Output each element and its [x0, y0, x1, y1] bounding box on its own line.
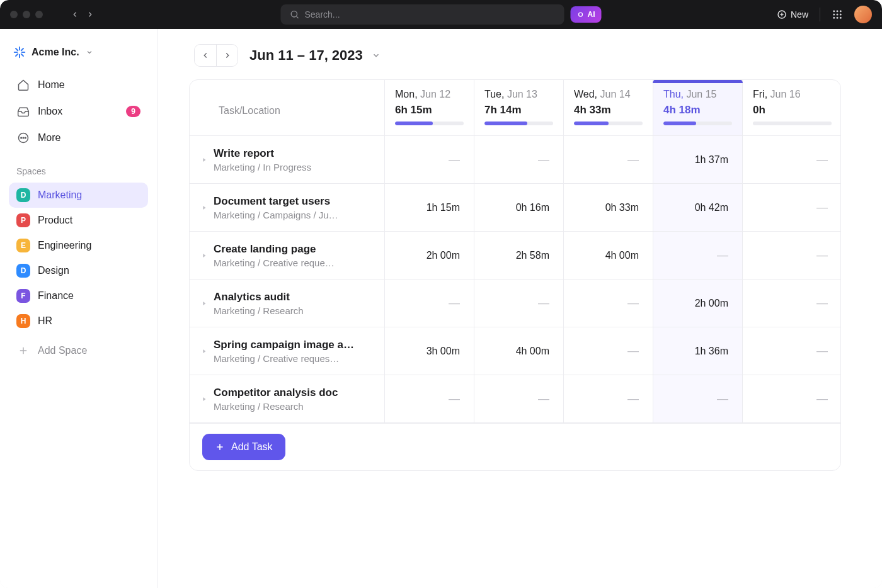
space-color-badge: H — [16, 314, 30, 328]
space-color-badge: E — [16, 239, 30, 252]
time-cell[interactable]: — — [743, 184, 841, 231]
time-cell[interactable]: — — [743, 136, 841, 183]
time-cell[interactable]: 1h 36m — [653, 327, 743, 375]
space-item-product[interactable]: P Product — [9, 208, 148, 233]
space-item-marketing[interactable]: D Marketing — [9, 183, 148, 208]
time-cell[interactable]: — — [385, 375, 474, 422]
inbox-badge: 9 — [126, 106, 140, 117]
svg-line-20 — [21, 54, 23, 56]
expand-row-icon[interactable] — [201, 205, 209, 211]
date-range-dropdown[interactable] — [372, 51, 381, 60]
time-cell[interactable]: 4h 00m — [474, 327, 564, 375]
expand-row-icon[interactable] — [201, 300, 209, 307]
space-item-finance[interactable]: F Finance — [9, 283, 148, 308]
task-cell[interactable]: Write report Marketing / In Progress — [190, 136, 385, 183]
prev-week-button[interactable] — [195, 45, 216, 66]
time-cell[interactable]: 4h 00m — [564, 232, 653, 279]
time-cell[interactable]: — — [564, 280, 653, 327]
time-cell[interactable]: 0h 33m — [564, 184, 653, 231]
space-label: Marketing — [38, 189, 82, 201]
sidebar: Acme Inc. Home Inbox 9 More Spaces D Mar — [0, 29, 158, 588]
space-item-engineering[interactable]: E Engineering — [9, 233, 148, 258]
day-progress-bar — [484, 122, 553, 125]
workspace-switcher[interactable]: Acme Inc. — [13, 45, 144, 59]
new-label: New — [791, 9, 808, 20]
time-cell[interactable]: — — [564, 136, 653, 183]
column-header-task: Task/Location — [190, 80, 385, 135]
svg-point-14 — [840, 17, 842, 19]
forward-button[interactable] — [86, 10, 94, 19]
time-cell[interactable]: 3h 00m — [385, 327, 474, 375]
chevron-down-icon — [86, 48, 93, 56]
time-cell[interactable]: — — [653, 232, 743, 279]
task-cell[interactable]: Spring campaign image a… Marketing / Cre… — [190, 327, 385, 375]
table-row: Create landing page Marketing / Creative… — [190, 231, 840, 279]
task-cell[interactable]: Competitor analysis doc Marketing / Rese… — [190, 375, 385, 422]
svg-line-22 — [16, 54, 18, 56]
nav-more[interactable]: More — [9, 125, 148, 151]
traffic-min[interactable] — [23, 11, 30, 18]
svg-point-10 — [837, 14, 839, 16]
task-cell[interactable]: Create landing page Marketing / Creative… — [190, 232, 385, 279]
traffic-max[interactable] — [35, 11, 43, 18]
space-item-design[interactable]: D Design — [9, 258, 148, 283]
expand-row-icon[interactable] — [201, 252, 209, 259]
add-task-label: Add Task — [231, 441, 273, 453]
time-cell[interactable]: — — [564, 327, 653, 375]
space-color-badge: D — [16, 264, 30, 278]
table-row: Write report Marketing / In Progress ———… — [190, 135, 840, 183]
time-cell[interactable]: 0h 42m — [653, 184, 743, 231]
time-cell[interactable]: 1h 37m — [653, 136, 743, 183]
task-location: Marketing / Research — [214, 401, 374, 412]
time-cell[interactable]: — — [564, 375, 653, 422]
user-avatar[interactable] — [854, 6, 872, 23]
time-cell[interactable]: — — [743, 280, 841, 327]
add-task-button[interactable]: Add Task — [202, 434, 285, 460]
task-title: Document target users — [214, 195, 374, 208]
time-cell[interactable]: — — [653, 375, 743, 422]
traffic-close[interactable] — [10, 11, 18, 18]
space-item-hr[interactable]: H HR — [9, 308, 148, 334]
time-cell[interactable]: — — [385, 280, 474, 327]
svg-marker-33 — [203, 349, 205, 353]
nav-home[interactable]: Home — [9, 72, 148, 98]
task-title: Spring campaign image a… — [214, 339, 374, 351]
new-button[interactable]: New — [777, 9, 808, 20]
ai-button[interactable]: AI — [571, 6, 602, 23]
svg-marker-34 — [203, 397, 205, 401]
expand-row-icon[interactable] — [201, 396, 209, 402]
expand-row-icon[interactable] — [201, 157, 209, 163]
time-cell[interactable]: — — [474, 136, 564, 183]
time-cell[interactable]: 1h 15m — [385, 184, 474, 231]
day-total: 4h 18m — [663, 104, 732, 116]
svg-point-7 — [837, 10, 839, 12]
space-label: Design — [38, 265, 69, 276]
back-button[interactable] — [71, 10, 79, 19]
svg-point-24 — [21, 137, 22, 139]
space-color-badge: F — [16, 289, 30, 303]
workspace-logo-icon — [13, 45, 26, 59]
day-progress-bar — [574, 122, 643, 125]
time-cell[interactable]: 0h 16m — [474, 184, 564, 231]
apps-icon[interactable] — [832, 9, 843, 20]
day-total: 4h 33m — [574, 104, 643, 116]
time-cell[interactable]: 2h 58m — [474, 232, 564, 279]
time-cell[interactable]: — — [474, 375, 564, 422]
time-cell[interactable]: — — [743, 327, 841, 375]
add-space-button[interactable]: Add Space — [9, 337, 148, 364]
expand-row-icon[interactable] — [201, 348, 209, 354]
svg-point-8 — [840, 10, 842, 12]
time-cell[interactable]: — — [385, 136, 474, 183]
time-cell[interactable]: — — [474, 280, 564, 327]
global-search[interactable]: Search... — [281, 4, 564, 25]
time-cell[interactable]: — — [743, 375, 841, 422]
task-cell[interactable]: Document target users Marketing / Campai… — [190, 184, 385, 231]
time-cell[interactable]: — — [743, 232, 841, 279]
nav-inbox[interactable]: Inbox 9 — [9, 98, 148, 125]
task-cell[interactable]: Analytics audit Marketing / Research — [190, 280, 385, 327]
time-cell[interactable]: 2h 00m — [653, 280, 743, 327]
time-cell[interactable]: 2h 00m — [385, 232, 474, 279]
next-week-button[interactable] — [216, 45, 238, 66]
table-row: Analytics audit Marketing / Research ———… — [190, 279, 840, 327]
space-color-badge: P — [16, 213, 30, 227]
